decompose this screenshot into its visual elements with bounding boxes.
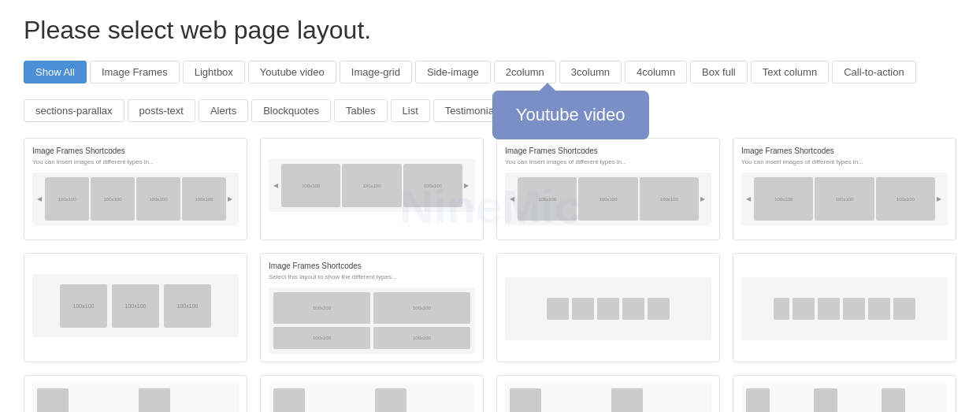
filter-2column[interactable]: 2column <box>494 61 556 84</box>
card-6-subtitle: Select this layout to show the different… <box>269 273 475 281</box>
card-8-preview <box>741 277 948 340</box>
layout-card-1[interactable]: Image Frames Shortcodes You can insert i… <box>24 138 247 240</box>
filter-alerts[interactable]: Alerts <box>199 99 248 122</box>
card-11-preview: Awesome designs Home Page designs <box>505 384 711 412</box>
card-6-preview: 100x100 100x100 100x100 100x100 <box>269 288 475 354</box>
filter-side-image[interactable]: Side-image <box>415 61 491 84</box>
filter-bar-row2: sections-parallax posts-text Alerts Bloc… <box>24 99 956 122</box>
card-12-preview: Awesome design Home Page designs Ready f… <box>741 384 948 412</box>
card-10-preview: Awesome Support Home Page designs <box>269 384 475 412</box>
filter-image-grid[interactable]: Image-grid <box>340 61 412 84</box>
filter-blockquotes[interactable]: Blockquotes <box>251 99 331 122</box>
layout-card-5[interactable]: 100x100 100x100 100x100 <box>24 253 247 362</box>
filter-sections-parallax[interactable]: sections-parallax <box>24 99 124 122</box>
page-title: Please select web page layout. <box>24 16 956 45</box>
card-4-preview: ◀ 100x100 100x100 100x100 ▶ <box>741 173 948 225</box>
card-1-preview: ◀ 100x100 100x100 100x100 100x100 ▶ <box>32 173 239 225</box>
layout-card-2[interactable]: ◀ 100x100 100x100 100x100 ▶ <box>260 138 484 240</box>
filter-image-frames[interactable]: Image Frames <box>90 61 180 84</box>
layout-card-4[interactable]: Image Frames Shortcodes You can insert i… <box>733 138 956 240</box>
youtube-tooltip: Youtube video <box>492 91 649 139</box>
layout-card-6[interactable]: Image Frames Shortcodes Select this layo… <box>260 253 484 362</box>
card-5-preview: 100x100 100x100 100x100 <box>32 274 239 337</box>
filter-youtube-video[interactable]: Youtube video <box>248 61 336 84</box>
filter-4column[interactable]: 4column <box>625 61 687 84</box>
filter-call-to-action[interactable]: Call-to-action <box>832 61 916 84</box>
card-4-title: Image Frames Shortcodes <box>741 147 948 155</box>
layout-card-3[interactable]: Image Frames Shortcodes You can insert i… <box>496 138 720 240</box>
card-7-preview <box>505 277 711 340</box>
card-3-title: Image Frames Shortcodes <box>505 147 711 155</box>
card-3-preview: ◀ 100x100 100x100 100x100 ▶ <box>505 173 711 225</box>
layout-grid: Image Frames Shortcodes You can insert i… <box>24 138 956 412</box>
card-6-title: Image Frames Shortcodes <box>269 262 475 270</box>
filter-box-full[interactable]: Box full <box>690 61 748 84</box>
filter-posts-text[interactable]: posts-text <box>128 99 195 122</box>
layout-card-10[interactable]: Awesome Support Home Page designs <box>260 375 484 412</box>
filter-lightbox[interactable]: Lightbox <box>183 61 245 84</box>
card-9-preview: Awesome Support Home Page designs <box>32 384 239 412</box>
card-2-preview: ◀ 100x100 100x100 100x100 ▶ <box>269 159 475 212</box>
filter-tables[interactable]: Tables <box>334 99 388 122</box>
filter-text-column[interactable]: Text column <box>751 61 829 84</box>
filter-3column[interactable]: 3column <box>559 61 622 84</box>
filter-show-all[interactable]: Show All <box>24 61 87 84</box>
card-1-title: Image Frames Shortcodes <box>32 147 239 155</box>
filter-bar-row1: Show All Image Frames Lightbox Youtube v… <box>24 61 956 84</box>
layout-card-11[interactable]: Awesome designs Home Page designs <box>496 375 720 412</box>
layout-card-8[interactable] <box>733 253 956 362</box>
card-4-subtitle: You can insert images of different types… <box>741 158 948 166</box>
filter-list[interactable]: List <box>391 99 430 122</box>
card-3-subtitle: You can insert images of different types… <box>505 158 711 166</box>
layout-card-7[interactable] <box>496 253 720 362</box>
card-1-subtitle: You can insert images of different types… <box>32 158 239 166</box>
layout-card-9[interactable]: Awesome Support Home Page designs <box>24 375 247 412</box>
layout-card-12[interactable]: Awesome design Home Page designs Ready f… <box>733 375 956 412</box>
